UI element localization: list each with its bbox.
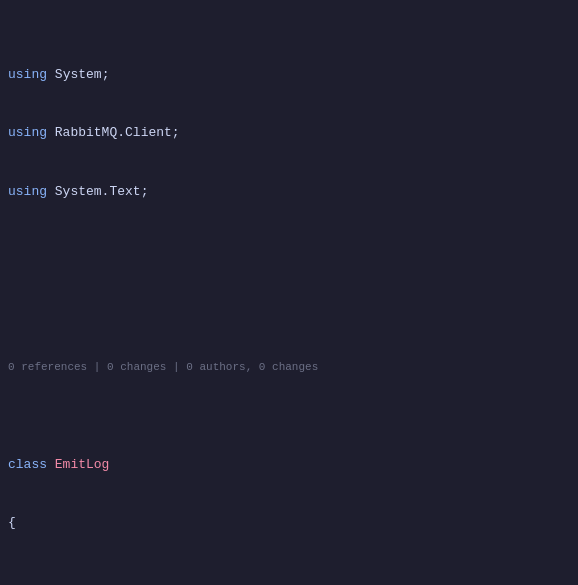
line-blank [0,260,578,280]
line-class-open: { [0,513,578,533]
code-editor: using System; using RabbitMQ.Client; usi… [0,0,578,585]
line-using-systemtext: using System.Text; [0,182,578,202]
line-using-rabbitmq: using RabbitMQ.Client; [0,123,578,143]
kw-using: using [8,123,47,143]
line-class-decl: class EmitLog [0,455,578,475]
line-using-system: using System; [0,65,578,85]
kw-using: using [8,65,47,85]
meta-references-top: 0 references | 0 changes | 0 authors, 0 … [0,357,578,377]
kw-using: using [8,182,47,202]
